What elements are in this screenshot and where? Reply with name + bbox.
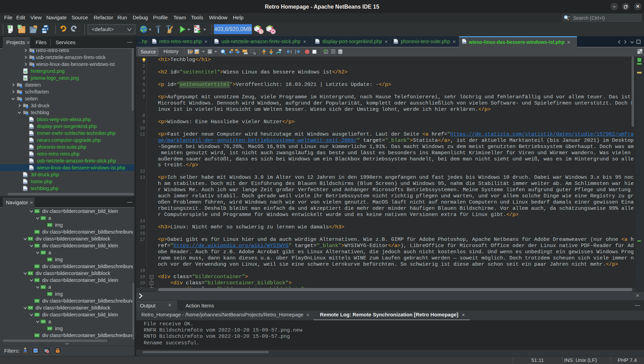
svg-text:3: 3 [195, 28, 197, 31]
svg-text:php: php [315, 41, 319, 43]
svg-text:php: php [462, 41, 466, 43]
svg-text:php: php [215, 41, 218, 43]
svg-text:php: php [394, 41, 398, 43]
svg-text:php: php [152, 41, 156, 43]
